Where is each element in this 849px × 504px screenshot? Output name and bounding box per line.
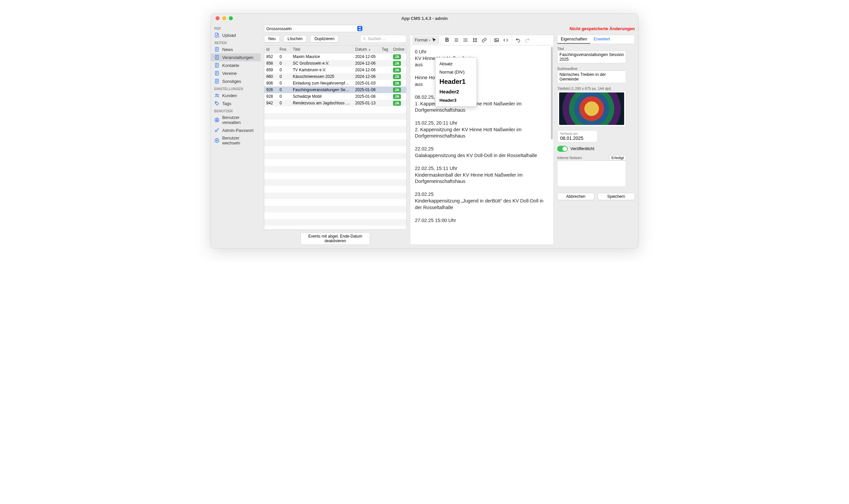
col-id[interactable]: id xyxy=(264,46,278,53)
cell-pos: 0 xyxy=(278,80,291,86)
table-header[interactable]: id Pos Titel Datum▲ Tag Online xyxy=(264,46,406,53)
sidebar-item-kunden[interactable]: Kunden xyxy=(211,91,261,100)
title-input[interactable]: Faschingsveranstaltungen Session 2025 xyxy=(557,51,626,63)
format-dropdown-menu: Absatz Normal (DIV) Header1 Header2 Head… xyxy=(435,57,477,107)
format-dropdown-button[interactable]: Format ▾ xyxy=(412,36,439,44)
grid-button[interactable] xyxy=(470,36,480,44)
site-select-value: Grossrosseln xyxy=(266,26,292,31)
format-option-header1[interactable]: Header1 xyxy=(435,76,477,87)
tab-erweitert[interactable]: Erweitert xyxy=(590,35,613,44)
sidebar-section-benutzer: BENUTZER Benutzer verwalten Admin-Passwo… xyxy=(211,107,261,147)
cell-online: JA xyxy=(391,60,406,67)
bold-button[interactable]: B xyxy=(443,36,452,44)
cell-id: 859 xyxy=(264,67,278,73)
table-row[interactable]: 8520Maxim Maurice2024-12-05JA xyxy=(264,53,406,60)
col-tag[interactable]: Tag xyxy=(380,46,391,53)
new-button[interactable]: Neu xyxy=(264,35,280,42)
cell-online: JA xyxy=(391,93,406,100)
editor-line: 27.02.25 15:00 Uhr xyxy=(415,217,549,224)
duplicate-button[interactable]: Duplizieren xyxy=(310,35,339,42)
svg-point-35 xyxy=(464,38,464,39)
users-icon xyxy=(214,93,220,98)
online-badge: JA xyxy=(393,68,401,73)
col-pos[interactable]: Pos xyxy=(278,46,291,53)
col-date[interactable]: Datum▲ xyxy=(353,46,380,53)
svg-point-24 xyxy=(216,119,218,120)
image-button[interactable] xyxy=(492,36,501,44)
page-icon xyxy=(214,78,220,84)
sidebar-item-veranstaltungen[interactable]: Veranstaltungen xyxy=(211,53,261,61)
subheadline-input[interactable]: Närrisches Treiben in der Gemeinde xyxy=(557,71,626,83)
close-window-button[interactable] xyxy=(215,16,220,20)
sidebar-item-admin-passwort[interactable]: Admin-Passwort xyxy=(211,126,261,134)
table-row[interactable]: 8600Kässchmieressen 20252024-12-06JA xyxy=(264,73,406,80)
notes-textarea[interactable] xyxy=(557,160,626,187)
table-row[interactable]: 8580SC Großrosseln e.V.2024-12-06JA xyxy=(264,60,406,67)
col-title[interactable]: Titel xyxy=(291,46,353,53)
date-field[interactable]: Verfasst am 08.01.2025 xyxy=(557,130,597,143)
editor-line: Kindermaskenball der KV Hinne Hott Naßwe… xyxy=(415,172,549,185)
svg-point-43 xyxy=(496,39,496,40)
editor-panel: Format ▾ B xyxy=(410,35,554,245)
sidebar-item-benutzer-wechseln[interactable]: Benutzer wechseln xyxy=(211,134,261,147)
site-select[interactable]: Grossrosseln xyxy=(264,25,363,32)
search-icon xyxy=(363,37,366,41)
sidebar-item-kontakte[interactable]: Kontakte xyxy=(211,61,261,69)
online-badge: JA xyxy=(393,88,401,92)
table-row[interactable]: 8590TV Karlsbrunn e.V.2024-12-06JA xyxy=(264,67,406,73)
cell-date: 2025-01-08 xyxy=(353,87,380,93)
sidebar-item-label: News xyxy=(222,47,233,52)
image-label: Titelbild (1.200 x 675 px, 144 dpi) xyxy=(557,87,635,90)
published-toggle[interactable] xyxy=(557,146,568,152)
sidebar-header: SEITEN xyxy=(211,39,261,46)
cell-tag xyxy=(380,102,391,104)
table-row[interactable]: 9420Rendezvous am Jagdschloss und Forstg… xyxy=(264,100,406,106)
notes-label: Interne Notizen xyxy=(557,156,582,160)
align-button[interactable] xyxy=(452,36,461,44)
cancel-button[interactable]: Abbrechen xyxy=(557,193,594,200)
sidebar-item-news[interactable]: News xyxy=(211,46,261,53)
code-button[interactable] xyxy=(501,36,510,44)
search-input[interactable]: Suchen … xyxy=(360,35,406,43)
done-button[interactable]: Erledigt xyxy=(609,155,626,160)
table-row[interactable]: 9260Faschingsveranstaltungen Session 202… xyxy=(264,87,406,93)
cell-id: 860 xyxy=(264,74,278,79)
format-option-header3[interactable]: Header3 xyxy=(435,96,477,104)
sidebar-item-label: Kontakte xyxy=(222,63,239,68)
sidebar-item-vereine[interactable]: Vereine xyxy=(211,69,261,77)
minimize-window-button[interactable] xyxy=(222,16,226,20)
sidebar-item-sonstiges[interactable]: Sonstiges xyxy=(211,77,261,85)
format-option-absatz[interactable]: Absatz xyxy=(435,60,477,68)
editor-line xyxy=(415,114,549,120)
editor-content[interactable]: 0 UhrKV Hinne Hott Naßweiler imaus Hinne… xyxy=(410,46,554,245)
sidebar-section-einstellungen: EINSTELLUNGEN Kunden Tags xyxy=(211,85,261,107)
table-row[interactable]: 9060Einladung zum Neujahrsempfang2025-01… xyxy=(264,80,406,87)
sidebar-header: BENUTZER xyxy=(211,107,261,114)
online-badge: JA xyxy=(393,94,401,99)
sidebar-item-tags[interactable]: Tags xyxy=(211,100,261,107)
list-table: id Pos Titel Datum▲ Tag Online 8520Maxim… xyxy=(264,46,406,230)
cell-online: JA xyxy=(391,100,406,106)
tab-eigenschaften[interactable]: Eigenschaften xyxy=(557,35,590,44)
zoom-window-button[interactable] xyxy=(229,16,233,20)
title-label: Titel xyxy=(557,47,635,51)
cell-date: 2025-01-08 xyxy=(353,93,380,100)
format-option-header2[interactable]: Header2 xyxy=(435,87,477,96)
col-online[interactable]: Online xyxy=(391,46,406,53)
save-button[interactable]: Speichern xyxy=(597,193,635,200)
table-row[interactable]: 9280Schwätzje Mobil2025-01-08JA xyxy=(264,93,406,100)
deactivate-expired-button[interactable]: Events mit abgel. Ende-Datum deaktiviere… xyxy=(300,232,370,245)
editor-line xyxy=(415,159,549,166)
sidebar-item-benutzer-verwalten[interactable]: Benutzer verwalten xyxy=(211,114,261,126)
sidebar-item-upload[interactable]: Upload xyxy=(211,31,261,39)
link-button[interactable] xyxy=(480,36,489,44)
title-image[interactable] xyxy=(557,90,626,127)
list-button[interactable] xyxy=(461,36,470,44)
delete-button[interactable]: Löschen xyxy=(283,35,307,42)
editor-scrollbar[interactable] xyxy=(551,47,553,140)
cell-title: TV Karlsbrunn e.V. xyxy=(291,67,353,73)
format-option-normal[interactable]: Normal (DIV) xyxy=(435,68,477,76)
undo-button[interactable] xyxy=(514,36,523,44)
redo-button[interactable] xyxy=(523,36,532,44)
sidebar-item-label: Benutzer wechseln xyxy=(222,136,257,145)
